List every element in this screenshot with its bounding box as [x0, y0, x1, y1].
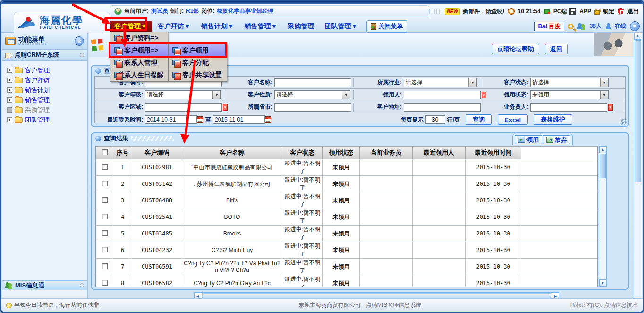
claim-status-select[interactable]: 未领用	[530, 90, 609, 99]
customer-grade-select[interactable]: 请选择	[145, 90, 221, 99]
scrollbar-thumb[interactable]	[202, 293, 551, 298]
clear-icon[interactable]	[482, 92, 486, 98]
clear-icon[interactable]	[223, 104, 228, 111]
sidebar-item-customer-visit[interactable]: 客户拜访	[7, 75, 87, 85]
baidu-search-box[interactable]: Bai 百度	[534, 22, 564, 31]
new-mail-text[interactable]: 新邮件，请查收!	[463, 8, 505, 16]
excel-button[interactable]: Excel	[498, 114, 528, 125]
row-status[interactable]: 跟进中:暂不明了	[282, 242, 323, 259]
pin-icon[interactable]	[80, 53, 84, 57]
forum-help-button[interactable]: 点晴论坛帮助	[492, 44, 539, 54]
calendar-icon[interactable]	[265, 116, 271, 123]
dropdown-item-customer-claim[interactable]: 客户领用=>	[110, 44, 168, 57]
address-input[interactable]	[404, 103, 481, 112]
app-link[interactable]: APP	[579, 8, 591, 15]
search-icon[interactable]	[568, 24, 574, 29]
sidebar-item-purchase-management[interactable]: 采购管理	[7, 105, 87, 115]
scroll-down-icon[interactable]	[599, 279, 606, 287]
menu-customer-visit[interactable]: 客户拜访▼	[153, 21, 195, 32]
query-button[interactable]: 查询	[466, 114, 492, 125]
customer-nature-select[interactable]: 请选择	[274, 90, 350, 99]
close-menu-button[interactable]: 关闭菜单	[366, 20, 407, 33]
customer-status-select[interactable]: 请选择	[530, 78, 609, 87]
expand-icon[interactable]	[7, 68, 12, 73]
online-label[interactable]: 在线	[615, 22, 626, 30]
row-status[interactable]: 跟进中:暂不明了	[282, 275, 323, 287]
table-vertical-scrollbar[interactable]	[599, 146, 607, 287]
pc-link[interactable]: PC端	[553, 8, 567, 16]
industry-select[interactable]: 请选择	[404, 78, 477, 87]
sidebar-collapse-button[interactable]: «	[75, 36, 84, 46]
customer-name-input[interactable]	[274, 78, 351, 87]
submenu-item-customer-claim[interactable]: 客户领用	[169, 44, 227, 57]
select-all-checkbox[interactable]	[102, 149, 108, 155]
collapse-up-icon[interactable]	[630, 21, 640, 31]
panel-resize-grip[interactable]	[621, 119, 627, 125]
discard-button[interactable]: 放弃	[543, 135, 570, 144]
row-status[interactable]: 跟进中:暂不明了	[282, 176, 323, 192]
expand-icon[interactable]	[7, 97, 12, 103]
row-checkbox[interactable]	[102, 280, 108, 286]
row-checkbox[interactable]	[102, 214, 108, 219]
dropdown-arrow-icon[interactable]	[468, 78, 476, 87]
scrollbar-thumb[interactable]	[635, 40, 641, 182]
dropdown-item-customer-data[interactable]: 客户资料=>	[110, 32, 168, 44]
date-from-input[interactable]	[145, 115, 197, 124]
dropdown-arrow-icon[interactable]	[600, 78, 608, 87]
row-checkbox[interactable]	[102, 181, 108, 186]
expand-icon[interactable]	[7, 87, 12, 93]
online-count[interactable]: 38人	[590, 22, 602, 30]
claimer-input[interactable]	[404, 91, 481, 99]
scroll-up-icon[interactable]	[599, 146, 606, 153]
per-page-input[interactable]	[425, 115, 445, 124]
table-maintain-button[interactable]: 表格维护	[534, 114, 572, 125]
submenu-item-customer-share[interactable]: 客户共享设置	[169, 69, 227, 81]
clear-icon[interactable]	[608, 104, 613, 111]
sidebar-item-sales-plan[interactable]: 销售计划	[7, 85, 87, 95]
calendar-icon[interactable]	[197, 116, 203, 123]
logout-link[interactable]: 退出	[627, 8, 639, 16]
dropdown-arrow-icon[interactable]	[212, 91, 220, 99]
horizontal-scrollbar[interactable]	[194, 292, 559, 298]
dropdown-item-birthday-reminder[interactable]: 联系人生日提醒	[110, 69, 168, 81]
row-checkbox[interactable]	[102, 197, 108, 203]
sidebar-section-mis[interactable]: MIS信息通	[2, 280, 87, 290]
claim-button[interactable]: 领用	[515, 135, 542, 144]
row-checkbox[interactable]	[102, 164, 108, 170]
menu-team-management[interactable]: 团队管理▼	[320, 21, 362, 32]
row-status[interactable]: 跟进中:暂不明了	[282, 192, 323, 209]
scroll-left-icon[interactable]	[194, 293, 201, 298]
expand-icon[interactable]	[7, 117, 12, 122]
dropdown-item-contact-management[interactable]: 联系人管理	[110, 57, 168, 69]
sidebar-item-team-management[interactable]: 团队管理	[7, 115, 87, 125]
menu-purchase-management[interactable]: 采购管理	[283, 21, 318, 32]
menu-sales-management[interactable]: 销售管理▼	[240, 21, 282, 32]
main-vertical-scrollbar[interactable]	[634, 33, 642, 298]
lock-link[interactable]: 锁定	[603, 8, 614, 16]
sidebar-item-customer-management[interactable]: 客户管理	[7, 65, 87, 75]
row-checkbox[interactable]	[102, 230, 108, 236]
sidebar-section-crm[interactable]: 点晴CRM子系统	[2, 50, 87, 61]
province-input[interactable]	[274, 103, 351, 112]
sidebar-item-sales-management[interactable]: 销售管理	[7, 95, 87, 105]
expand-icon[interactable]	[7, 78, 12, 83]
pin-icon[interactable]	[80, 283, 84, 287]
row-status[interactable]: 跟进中:暂不明了	[282, 209, 323, 226]
submenu-item-customer-assign[interactable]: 客户分配	[169, 57, 227, 69]
salesman-input[interactable]	[530, 103, 607, 112]
scroll-up-icon[interactable]	[634, 33, 641, 40]
menu-customer-management[interactable]: 客户管理▼	[110, 21, 152, 32]
menu-sales-plan[interactable]: 销售计划▼	[197, 21, 238, 32]
region-input[interactable]	[145, 103, 222, 112]
row-status[interactable]: 跟进中:暂不明了	[282, 159, 323, 176]
dropdown-arrow-icon[interactable]	[600, 91, 608, 99]
date-to-input[interactable]	[213, 115, 265, 124]
back-button[interactable]: 返回	[545, 44, 568, 54]
scrollbar-thumb[interactable]	[600, 154, 606, 178]
row-status[interactable]: 跟进中:暂不明了	[282, 226, 323, 242]
dropdown-arrow-icon[interactable]	[342, 91, 350, 99]
row-status[interactable]: 跟进中:暂不明了	[282, 259, 323, 275]
scroll-right-icon[interactable]	[552, 293, 559, 298]
row-checkbox[interactable]	[102, 263, 108, 269]
row-checkbox[interactable]	[102, 247, 108, 252]
